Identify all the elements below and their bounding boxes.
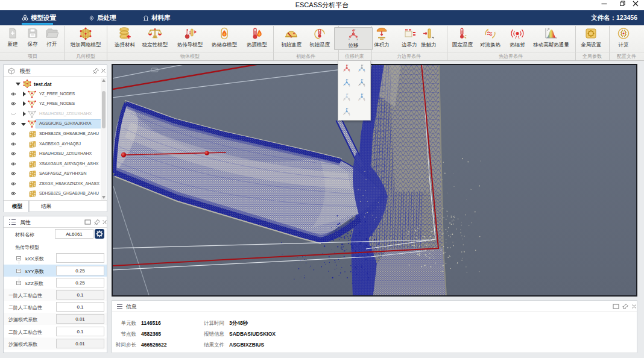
svg-text:x: x	[358, 85, 359, 87]
svg-text:z: z	[347, 64, 349, 66]
svg-text:z: z	[362, 79, 364, 81]
svg-text:x: x	[358, 71, 359, 72]
svg-text:z: z	[355, 28, 356, 31]
svg-text:z: z	[347, 93, 349, 95]
svg-text:y: y	[364, 85, 365, 87]
svg-text:y: y	[364, 71, 365, 72]
svg-text:x: x	[343, 85, 344, 87]
svg-text:z: z	[362, 64, 364, 66]
svg-text:y: y	[357, 38, 358, 40]
svg-text:x: x	[343, 71, 344, 72]
svg-text:x: x	[343, 99, 344, 101]
svg-text:z: z	[362, 93, 364, 95]
svg-text:y: y	[349, 71, 350, 72]
svg-text:y: y	[349, 85, 350, 87]
svg-text:z: z	[347, 79, 349, 81]
svg-text:y: y	[364, 99, 365, 101]
svg-text:z: z	[347, 108, 349, 110]
svg-text:x: x	[349, 38, 350, 40]
svg-text:y: y	[349, 114, 350, 116]
svg-text:x: x	[343, 114, 344, 116]
svg-text:x: x	[358, 99, 359, 101]
svg-text:y: y	[349, 99, 350, 101]
